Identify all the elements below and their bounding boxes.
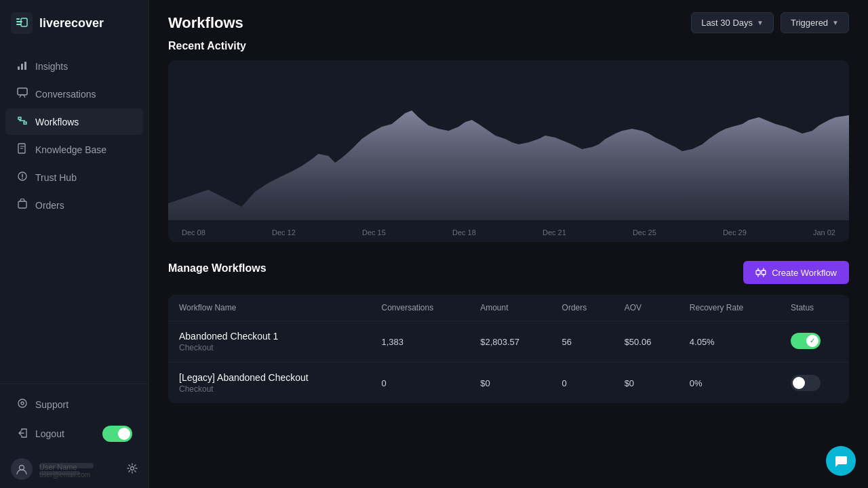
sidebar-item-workflows[interactable]: Workflows — [5, 108, 143, 135]
chevron-down-icon: ▼ — [757, 19, 764, 26]
page-title: Workflows — [168, 14, 243, 32]
col-status: Status — [780, 295, 849, 321]
sidebar-item-conversations-label: Conversations — [35, 89, 96, 100]
chart-label-3: Dec 18 — [452, 228, 476, 237]
sidebar-item-knowledge-base[interactable]: Knowledge Base — [5, 136, 143, 163]
svg-point-14 — [131, 466, 134, 470]
col-name: Workflow Name — [168, 295, 370, 321]
support-icon — [16, 398, 28, 411]
app-logo: liverecover — [0, 0, 149, 46]
svg-rect-7 — [18, 88, 27, 95]
svg-rect-6 — [24, 62, 26, 70]
chart-label-0: Dec 08 — [182, 228, 205, 237]
recent-activity-section: Recent Activity Dec 08 Dec 12 Dec 15 — [168, 40, 849, 242]
app-name: liverecover — [39, 16, 104, 30]
date-filter-label: Last 30 Days — [701, 18, 753, 28]
settings-button[interactable] — [127, 463, 138, 476]
chart-x-labels: Dec 08 Dec 12 Dec 15 Dec 18 Dec 21 Dec 2… — [168, 223, 849, 242]
workflow-type-2: Checkout — [179, 384, 359, 394]
svg-point-11 — [18, 399, 26, 407]
table-row: [Legacy] Abandoned Checkout Checkout 0 $… — [168, 363, 849, 404]
scrollable-content: Recent Activity Dec 08 Dec 12 Dec 15 — [149, 40, 868, 488]
svg-rect-3 — [21, 18, 27, 26]
workflows-header: Manage Workflows Create Workflow — [168, 261, 849, 284]
sidebar-bottom: Support Logout U — [0, 384, 149, 488]
chart-label-1: Dec 12 — [272, 228, 296, 237]
workflows-icon — [16, 115, 28, 128]
svg-rect-4 — [18, 66, 20, 70]
svg-point-12 — [21, 402, 24, 405]
col-conversations: Conversations — [370, 295, 469, 321]
avatar — [11, 458, 33, 480]
col-orders: Orders — [551, 295, 614, 321]
table-body: Abandoned Checkout 1 Checkout 1,383 $2,8… — [168, 321, 849, 404]
insights-icon — [16, 60, 28, 73]
trigger-filter-label: Triggered — [791, 18, 828, 28]
workflow-status-toggle-2[interactable] — [791, 375, 821, 391]
activity-chart — [168, 71, 849, 220]
main-content: Workflows Last 30 Days ▼ Triggered ▼ Rec… — [149, 0, 868, 488]
logout-toggle[interactable] — [102, 426, 132, 442]
sidebar-item-insights-label: Insights — [35, 61, 68, 72]
knowledge-base-icon — [16, 143, 28, 156]
workflow-type-1: Checkout — [179, 343, 359, 352]
date-filter-dropdown[interactable]: Last 30 Days ▼ — [691, 12, 774, 33]
sidebar-item-trust-hub[interactable]: Trust Hub — [5, 164, 143, 190]
svg-rect-15 — [756, 270, 760, 274]
cell-aov-2: $0 — [614, 363, 679, 404]
trust-hub-icon — [16, 171, 28, 184]
manage-section-title: Manage Workflows — [168, 262, 267, 274]
workflow-name-cell-1: Abandoned Checkout 1 Checkout — [168, 321, 370, 363]
sidebar-item-conversations[interactable]: Conversations — [5, 81, 143, 107]
col-aov: AOV — [614, 295, 679, 321]
col-recovery-rate: Recovery Rate — [679, 295, 780, 321]
chart-label-6: Dec 29 — [723, 228, 747, 237]
sidebar-item-trust-hub-label: Trust Hub — [35, 172, 77, 183]
svg-rect-16 — [762, 270, 766, 274]
sidebar-item-logout[interactable]: Logout — [5, 419, 143, 449]
cell-conversations-2: 0 — [370, 363, 469, 404]
workflow-name-2: [Legacy] Abandoned Checkout — [179, 372, 359, 383]
sidebar-nav: Insights Conversations Workflows — [0, 46, 149, 384]
table-header: Workflow Name Conversations Amount Order… — [168, 295, 849, 321]
chart-section-title: Recent Activity — [168, 40, 849, 52]
cell-conversations-1: 1,383 — [370, 321, 469, 363]
cell-recovery-1: 4.05% — [679, 321, 780, 363]
sidebar-item-insights[interactable]: Insights — [5, 53, 143, 79]
table-row: Abandoned Checkout 1 Checkout 1,383 $2,8… — [168, 321, 849, 363]
trigger-filter-dropdown[interactable]: Triggered ▼ — [781, 12, 849, 33]
svg-rect-5 — [21, 64, 23, 70]
cell-status-1: ✓ — [780, 321, 849, 363]
sidebar-profile: User Name user@email.com — [0, 450, 149, 488]
workflow-name-1: Abandoned Checkout 1 — [179, 331, 359, 342]
cell-aov-1: $50.06 — [614, 321, 679, 363]
logout-icon — [16, 428, 28, 441]
chat-bubble-button[interactable] — [826, 446, 856, 476]
profile-email: user@email.com — [39, 471, 80, 475]
sidebar-item-orders[interactable]: Orders — [5, 192, 143, 218]
orders-icon — [16, 199, 28, 211]
svg-rect-2 — [16, 24, 21, 25]
profile-name: User Name — [39, 463, 94, 468]
create-workflow-button[interactable]: Create Workflow — [743, 261, 849, 284]
sidebar-item-knowledge-base-label: Knowledge Base — [35, 144, 106, 155]
sidebar: liverecover Insights Conversations — [0, 0, 149, 488]
conversations-icon — [16, 87, 28, 100]
workflow-name-cell-2: [Legacy] Abandoned Checkout Checkout — [168, 363, 370, 404]
chevron-down-icon-2: ▼ — [832, 19, 839, 26]
activity-chart-container: Dec 08 Dec 12 Dec 15 Dec 18 Dec 21 Dec 2… — [168, 60, 849, 242]
checkmark-icon-1: ✓ — [806, 335, 818, 347]
sidebar-item-workflows-label: Workflows — [35, 117, 79, 127]
chart-label-4: Dec 21 — [542, 228, 566, 237]
page-header: Workflows Last 30 Days ▼ Triggered ▼ — [149, 0, 868, 40]
create-icon — [755, 267, 766, 278]
header-controls: Last 30 Days ▼ Triggered ▼ — [691, 12, 849, 33]
profile-info: User Name user@email.com — [39, 463, 120, 475]
logo-icon — [11, 12, 33, 34]
chart-label-5: Dec 25 — [633, 228, 656, 237]
sidebar-item-support[interactable]: Support — [5, 391, 143, 418]
svg-rect-10 — [18, 201, 26, 208]
cell-amount-2: $0 — [469, 363, 551, 404]
svg-rect-0 — [16, 18, 20, 20]
create-workflow-label: Create Workflow — [772, 268, 837, 278]
